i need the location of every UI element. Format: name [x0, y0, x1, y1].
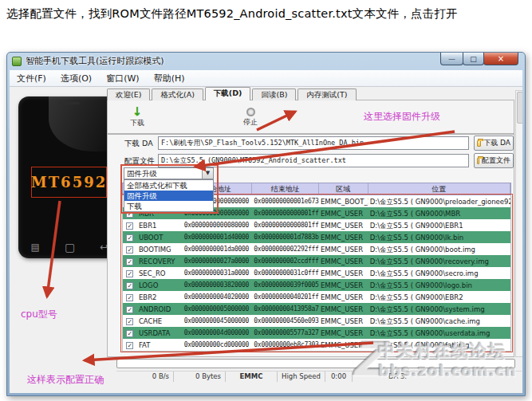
- checkbox-checked-icon[interactable]: ✓: [126, 270, 133, 277]
- table-row[interactable]: ✓EBR10x00000000000800000x00000000000801f…: [123, 219, 510, 231]
- start-address: 0x000000004d000000: [183, 328, 253, 339]
- phone-home-icon: ▢: [65, 241, 75, 254]
- dropdown-annotation: 这里选择固件升级: [364, 110, 440, 124]
- mode-option-download[interactable]: 下载: [124, 201, 213, 211]
- mode-option-firmware-upgrade[interactable]: 固件升级: [124, 191, 213, 201]
- file-location: D:\金立S5.5 ( GN9000\secro.img: [368, 268, 510, 279]
- row-checkbox-cell[interactable]: ✓: [123, 268, 137, 279]
- checkbox-checked-icon[interactable]: ✓: [126, 258, 133, 265]
- table-row[interactable]: ✓RECOVERY0x00000000027a00000x0000000002c…: [123, 255, 510, 267]
- menu-window[interactable]: 窗口(W): [99, 71, 146, 86]
- stop-button[interactable]: 停止: [232, 103, 269, 132]
- menu-options[interactable]: 选项(O): [53, 71, 99, 86]
- row-checkbox-cell[interactable]: ✓: [123, 292, 137, 303]
- partition-name: EBR2: [137, 292, 183, 303]
- row-checkbox-cell[interactable]: ✓: [123, 256, 137, 267]
- table-row[interactable]: ✓ANDROID0x00000000050000000x000000004139…: [123, 303, 510, 315]
- start-address: 0x00000000031a0000: [183, 268, 253, 279]
- table-row[interactable]: ✓CACHE0x00000000450000000x000000004560e0…: [123, 315, 510, 327]
- cpu-annotation: cpu型号: [21, 308, 57, 321]
- checkbox-checked-icon[interactable]: ✓: [126, 222, 133, 230]
- partition-name: LOGO: [137, 280, 183, 291]
- scrollbar-thumb[interactable]: [517, 92, 522, 124]
- download-arrow-icon: ↓: [132, 107, 143, 117]
- menu-file[interactable]: 文件(F): [10, 71, 53, 86]
- tab-download[interactable]: 下载(D): [205, 87, 251, 100]
- checkbox-checked-icon[interactable]: ✓: [126, 282, 133, 289]
- end-address: 0x0000000002292fff: [252, 244, 319, 255]
- row-checkbox-cell[interactable]: ✓: [123, 304, 137, 315]
- tab-readback[interactable]: 回读(B): [252, 88, 296, 100]
- file-location: D:\金立S5.5 ( GN9000\userdata.img: [368, 328, 510, 339]
- toolbar: ↓ 下载 停止: [107, 100, 514, 134]
- maximize-button[interactable]: □: [463, 53, 484, 65]
- file-location: D:\金立S5.5 ( GN9000\preloader_gionee92_..…: [368, 196, 510, 207]
- checkbox-checked-icon[interactable]: ✓: [126, 306, 133, 313]
- region: EMMC_USER: [319, 340, 368, 351]
- tab-welcome[interactable]: 欢迎(E): [107, 88, 150, 100]
- status-bytes: 0 Bytes: [174, 372, 226, 382]
- header-region: 区域: [319, 183, 368, 195]
- end-address: 0x00000000031c0fff: [252, 268, 319, 279]
- file-location: D:\金立S5.5 ( GN9000\EBR1: [368, 220, 510, 231]
- tab-memorytest[interactable]: 内存测试(T): [298, 88, 356, 100]
- stop-circle-icon: [246, 108, 255, 116]
- region: EMMC_USER: [319, 280, 368, 291]
- row-checkbox-cell[interactable]: ✓: [123, 220, 137, 231]
- status-chip: EMMC: [226, 372, 278, 382]
- file-location: D:\金立S5.5 ( GN9000\lk.bin: [368, 232, 510, 243]
- checkbox-checked-icon[interactable]: ✓: [126, 246, 133, 254]
- row-checkbox-cell[interactable]: ✓: [123, 340, 137, 351]
- phone-speaker: [59, 102, 80, 104]
- end-address: 0x00000000040201ff: [252, 292, 319, 303]
- start-address: 0x0000000005000000: [183, 304, 253, 315]
- app-icon: [12, 57, 22, 66]
- checkbox-checked-icon[interactable]: ✓: [126, 294, 133, 301]
- region: EMMC_USER: [319, 304, 368, 315]
- row-checkbox-cell[interactable]: ✓: [123, 280, 137, 291]
- title-bar[interactable]: 智能手机下载工具(运行时跟踪模式) — □ ×: [7, 53, 525, 69]
- row-checkbox-cell[interactable]: ✓: [123, 328, 137, 339]
- region: EMMC_USER: [319, 208, 368, 219]
- scatter-browse-button[interactable]: 配置文件: [474, 153, 514, 168]
- da-path-input[interactable]: F:\刷机专用\SP_Flash_Toolv5.152\MTK_AllInOne…: [158, 136, 469, 150]
- end-address: 0x00000000039f0005: [252, 280, 319, 291]
- checkbox-checked-icon[interactable]: ✓: [126, 330, 133, 337]
- menu-help[interactable]: 帮助(H): [147, 71, 192, 86]
- download-button[interactable]: ↓ 下载: [119, 103, 156, 132]
- folder-icon: [477, 140, 481, 147]
- table-row[interactable]: ✓UBOOT0x0000000001d400000x0000000001d788…: [123, 231, 510, 243]
- table-row[interactable]: ✓FAT0x00000000cd0000000x00000000eb8c7303…: [123, 339, 510, 351]
- region: EMMC_BOOT_1: [319, 196, 368, 207]
- checkbox-checked-icon[interactable]: ✓: [126, 342, 133, 349]
- table-row[interactable]: ✓BOOTIMG0x0000000001da00000x000000000229…: [123, 243, 510, 255]
- checkbox-checked-icon[interactable]: ✓: [126, 234, 133, 242]
- close-button[interactable]: ×: [483, 53, 518, 65]
- checkbox-checked-icon[interactable]: ✓: [126, 318, 133, 325]
- status-extra: DA 3.: [353, 372, 522, 382]
- row-checkbox-cell[interactable]: ✓: [123, 316, 137, 327]
- table-row[interactable]: ✓USRDATA0x000000004d0000000x000000005577…: [123, 327, 510, 339]
- region: EMMC_USER: [319, 220, 368, 231]
- mode-dropdown[interactable]: 固件升级 ▼: [124, 167, 214, 179]
- table-row[interactable]: ✓EBR20x00000000040200000x00000000040201f…: [123, 291, 510, 303]
- mode-option-format-download[interactable]: 全部格式化和下载: [124, 180, 213, 191]
- file-location: D:\金立S5.5 ( GN9000\fat.img: [368, 340, 510, 351]
- tab-format[interactable]: 格式化(A): [152, 88, 203, 100]
- file-location: D:\金立S5.5 ( GN9000\recovery.img: [368, 256, 510, 267]
- vertical-scrollbar[interactable]: [515, 90, 522, 357]
- partition-name: USRDATA: [137, 328, 183, 339]
- region: EMMC_USER: [319, 292, 368, 303]
- da-label: 下载 DA: [124, 139, 153, 149]
- start-address: 0x0000000001da0000: [183, 244, 253, 255]
- row-checkbox-cell[interactable]: ✓: [123, 232, 137, 243]
- table-row[interactable]: ✓SEC_RO0x00000000031a00000x00000000031c0…: [123, 267, 510, 279]
- flash-tool-window: 智能手机下载工具(运行时跟踪模式) — □ × 文件(F) 选项(O) 窗口(W…: [6, 52, 526, 396]
- row-checkbox-cell[interactable]: ✓: [123, 244, 137, 255]
- table-row[interactable]: ✓LOGO0x00000000038200000x00000000039f000…: [123, 279, 510, 291]
- chevron-down-icon[interactable]: ▼: [202, 168, 213, 179]
- scatter-path-combobox[interactable]: D:\金立S5.5 (GN9000\MT6592_Android_scatter…: [158, 154, 469, 167]
- file-location: D:\金立S5.5 ( GN9000\boot.img: [368, 244, 510, 255]
- da-browse-button[interactable]: 下载 DA: [474, 136, 514, 151]
- minimize-button[interactable]: —: [440, 53, 463, 65]
